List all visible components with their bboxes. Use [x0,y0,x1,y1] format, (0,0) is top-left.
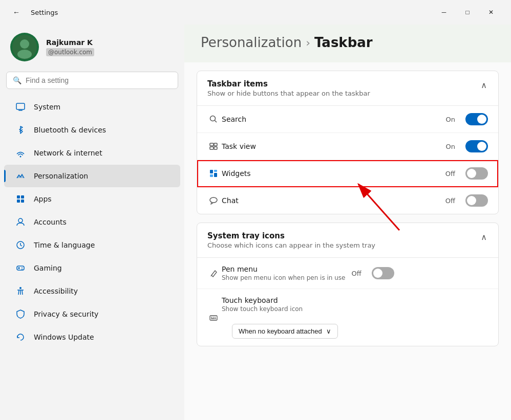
widgets-row-label: Widgets [222,169,439,178]
privacy-icon [14,308,27,320]
settings-body: Taskbar items Show or hide buttons that … [184,62,511,363]
touchkb-dropdown-container: When no keyboard attached ∨ [222,324,488,339]
svg-rect-7 [17,195,20,198]
touchkb-dropdown[interactable]: When no keyboard attached ∨ [232,324,338,339]
sidebar-item-privacy[interactable]: Privacy & security [4,303,180,325]
taskbar-collapse-icon[interactable]: ∧ [480,79,488,91]
app-body: Rajkumar K @outlook.com 🔍 System Bluetoo… [0,25,511,420]
svg-rect-22 [210,143,214,146]
chat-row-label: Chat [222,196,439,205]
svg-rect-3 [16,103,25,109]
system-tray-section: System tray icons Choose which icons can… [197,223,499,346]
svg-point-1 [20,39,29,49]
sidebar-item-time-label: Time & language [34,241,95,249]
svg-point-6 [20,156,22,158]
accessibility-icon [14,285,27,297]
search-row-icon [207,113,220,125]
sidebar-item-network[interactable]: Network & internet [4,142,180,164]
sidebar-item-personalization[interactable]: Personalization [4,165,180,187]
sidebar-item-accessibility-label: Accessibility [34,287,78,295]
taskbar-section-header: Taskbar items Show or hide buttons that … [197,71,498,106]
sidebar-item-apps[interactable]: Apps [4,188,180,210]
sidebar: Rajkumar K @outlook.com 🔍 System Bluetoo… [0,25,184,420]
search-row-status: On [446,116,455,123]
chat-toggle[interactable] [465,194,488,207]
svg-rect-8 [21,195,24,198]
minimize-button[interactable]: ─ [432,4,456,20]
penmenu-row-status: Off [351,270,361,277]
svg-point-11 [18,218,23,223]
search-box[interactable]: 🔍 [6,72,178,89]
maximize-button[interactable]: □ [456,4,479,20]
sidebar-item-apps-label: Apps [34,195,52,203]
penmenu-setting-row: Pen menu Show pen menu icon when pen is … [197,258,498,289]
svg-rect-9 [17,200,20,203]
sidebar-item-accessibility[interactable]: Accessibility [4,280,180,302]
widgets-row-status: Off [445,170,455,178]
svg-point-16 [22,268,23,269]
apps-icon [14,193,27,205]
user-info: Rajkumar K @outlook.com [46,38,94,56]
gaming-icon [14,262,27,274]
sidebar-item-gaming[interactable]: Gaming [4,257,180,279]
accounts-icon [14,216,27,228]
sidebar-item-system[interactable]: System [4,96,180,118]
svg-rect-37 [215,318,216,319]
taskview-toggle[interactable] [465,140,488,152]
widgets-toggle[interactable] [465,167,488,180]
svg-rect-33 [213,317,214,318]
content-area: Personalization › Taskbar Taskbar items … [184,25,511,420]
app-title: Settings [31,9,58,16]
page-title: Taskbar [314,35,373,50]
chat-row-icon [207,194,220,207]
svg-rect-25 [214,147,217,149]
tray-collapse-icon[interactable]: ∧ [480,231,488,243]
svg-point-2 [17,50,32,59]
svg-rect-23 [214,143,217,146]
taskview-row-icon [207,140,220,152]
search-icon: 🔍 [13,76,22,84]
search-toggle[interactable] [465,113,488,125]
penmenu-toggle[interactable] [372,267,394,279]
sidebar-item-network-label: Network & internet [34,149,102,157]
penmenu-row-sublabel: Show pen menu icon when pen is in use [222,274,345,281]
sidebar-item-update[interactable]: Windows Update [4,326,180,348]
user-profile[interactable]: Rajkumar K @outlook.com [0,25,184,72]
chat-setting-row: Chat Off [197,187,498,214]
tray-section-info: System tray icons Choose which icons can… [207,231,375,249]
close-button[interactable]: ✕ [479,4,503,20]
sidebar-item-accounts-label: Accounts [34,218,67,226]
taskbar-section-title: Taskbar items [207,79,370,89]
sidebar-item-system-label: System [34,103,60,111]
time-icon [14,239,27,251]
network-icon [14,147,27,159]
sidebar-item-gaming-label: Gaming [34,264,62,272]
sidebar-item-personalization-label: Personalization [34,172,88,180]
breadcrumb-separator: › [306,36,310,49]
back-button[interactable]: ← [8,4,25,20]
touchkb-setting-row: Touch keyboard Show touch keyboard icon … [197,289,498,346]
user-email: @outlook.com [46,48,94,56]
update-icon [14,331,27,343]
taskview-row-label: Task view [222,142,440,150]
chevron-down-icon: ∨ [326,327,331,335]
touchkb-row-info: Touch keyboard Show touch keyboard icon [222,296,488,313]
window-controls: ─ □ ✕ [432,4,503,20]
svg-rect-27 [214,170,217,172]
breadcrumb-parent: Personalization [201,35,302,50]
sidebar-item-time[interactable]: Time & language [4,234,180,256]
search-row-label: Search [222,115,440,123]
touchkb-dropdown-value: When no keyboard attached [239,327,322,335]
sidebar-item-bluetooth-label: Bluetooth & devices [34,126,106,134]
penmenu-row-info: Pen menu Show pen menu icon when pen is … [222,265,345,281]
breadcrumb: Personalization › Taskbar [201,35,495,50]
personalization-icon [14,170,27,182]
taskview-setting-row: Task view On [197,133,498,160]
sidebar-item-accounts[interactable]: Accounts [4,211,180,233]
search-input[interactable] [26,76,172,84]
system-icon [14,101,27,113]
maximize-icon: □ [465,9,469,16]
taskbar-section-info: Taskbar items Show or hide buttons that … [207,79,370,97]
sidebar-item-bluetooth[interactable]: Bluetooth & devices [4,119,180,141]
svg-rect-31 [210,316,217,320]
